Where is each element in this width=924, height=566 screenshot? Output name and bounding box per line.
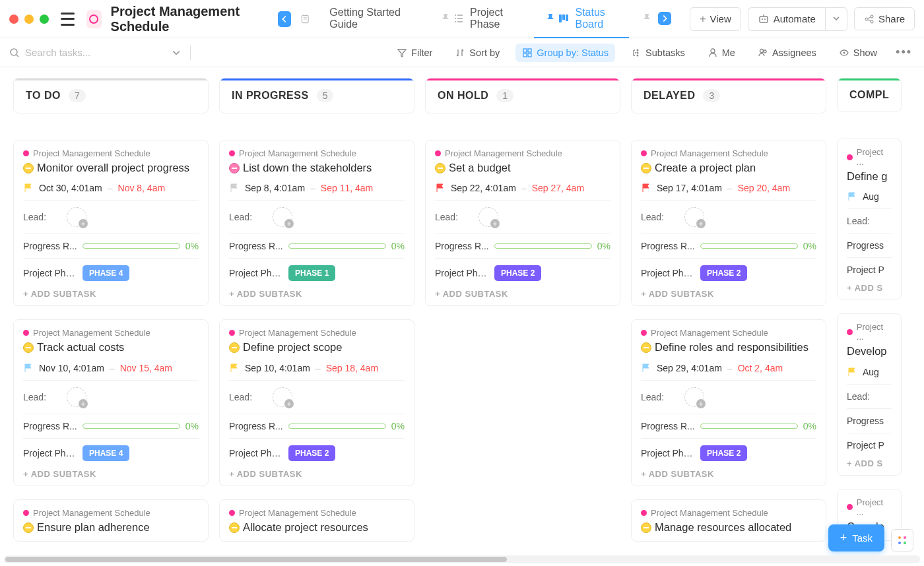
button-label: Show (853, 47, 877, 58)
column-header[interactable]: IN PROGRESS5 (219, 78, 414, 113)
tab-status-board[interactable]: Status Board (534, 0, 629, 38)
tab-label: Status Board (575, 7, 618, 30)
add-subtask-button[interactable]: + ADD S (847, 458, 892, 468)
task-card[interactable]: Project Management ScheduleCreate a proj… (631, 140, 826, 306)
task-card[interactable]: Project Management ScheduleList down the… (219, 140, 414, 306)
column-header[interactable]: ON HOLD1 (425, 78, 620, 113)
task-card[interactable]: Project Management ScheduleMonitor overa… (13, 140, 209, 306)
task-card[interactable]: Project Management ScheduleManage resour… (631, 499, 826, 542)
svg-line-15 (16, 55, 18, 57)
progress-bar[interactable] (288, 243, 386, 249)
search-input[interactable] (25, 47, 166, 58)
chevron-down-icon[interactable] (172, 48, 181, 57)
new-task-button[interactable]: + Task (828, 524, 884, 551)
status-icon (435, 163, 446, 173)
add-subtask-button[interactable]: + ADD SUBTASK (641, 289, 816, 299)
nav-back-button[interactable] (278, 11, 290, 27)
show-button[interactable]: Show (832, 44, 884, 62)
task-card[interactable]: Project Management ScheduleDefine projec… (219, 319, 414, 486)
card-breadcrumb: Project Management Schedule (23, 148, 199, 158)
assign-lead-button[interactable] (478, 207, 498, 227)
progress-bar[interactable] (700, 424, 798, 429)
minimize-window[interactable] (24, 15, 34, 24)
phase-chip[interactable]: PHASE 2 (700, 265, 747, 281)
add-subtask-button[interactable]: + ADD SUBTASK (641, 469, 816, 479)
progress-bar[interactable] (82, 424, 180, 429)
project-title: Project Management Schedule (111, 4, 265, 34)
card-title: Track actual costs (37, 340, 124, 354)
task-card[interactable]: Project Management ScheduleEnsure plan a… (13, 499, 209, 542)
hamburger-menu-icon[interactable] (61, 13, 75, 26)
sort-button[interactable]: Sort by (448, 44, 506, 62)
assign-lead-button[interactable] (684, 387, 704, 407)
maximize-window[interactable] (40, 15, 49, 24)
task-card[interactable]: Project Management ScheduleSet a budgetS… (425, 140, 620, 306)
automate-dropdown[interactable] (825, 7, 847, 31)
more-menu[interactable]: ••• (893, 43, 915, 62)
progress-bar[interactable] (494, 243, 592, 249)
task-card[interactable]: Project Management ScheduleAllocate proj… (219, 499, 414, 542)
phase-chip[interactable]: PHASE 4 (82, 265, 129, 281)
progress-bar[interactable] (700, 243, 798, 249)
button-label: Task (852, 532, 873, 544)
phase-chip[interactable]: PHASE 1 (288, 265, 335, 281)
scrollbar-thumb[interactable] (5, 557, 507, 562)
card-breadcrumb: Project Management Schedule (641, 148, 816, 158)
assignees-button[interactable]: Assignees (751, 44, 823, 62)
column-header[interactable]: TO DO7 (13, 78, 209, 113)
lead-label: Lead: (847, 391, 870, 402)
progress-bar[interactable] (82, 243, 180, 249)
tab-next[interactable] (636, 0, 676, 38)
progress-value: 0% (803, 421, 816, 431)
apps-button[interactable] (891, 529, 913, 551)
assign-lead-button[interactable] (273, 387, 292, 407)
card-list: Project Management ScheduleSet a budgetS… (425, 140, 620, 306)
group-button[interactable]: Group by: Status (515, 44, 615, 62)
task-card[interactable]: Project ...Define gAugLead:ProgressProje… (837, 139, 902, 300)
list-dot-icon (23, 330, 29, 336)
task-card[interactable]: Project Management ScheduleTrack actual … (13, 319, 209, 486)
add-subtask-button[interactable]: + ADD SUBTASK (229, 289, 405, 299)
start-date: Sep 17, 4:01am (657, 183, 722, 193)
add-subtask-button[interactable]: + ADD SUBTASK (435, 289, 610, 299)
column-header[interactable]: COMPL (837, 78, 902, 112)
add-subtask-button[interactable]: + ADD SUBTASK (23, 289, 199, 299)
tab-project-phase[interactable]: Project Phase (429, 0, 527, 38)
task-card[interactable]: Project ...DevelopAugLead:ProgressProjec… (837, 313, 902, 475)
phase-chip[interactable]: PHASE 2 (494, 265, 541, 281)
assign-lead-button[interactable] (273, 207, 292, 227)
tab-getting-started[interactable]: Getting Started Guide (319, 0, 422, 38)
phase-chip[interactable]: PHASE 2 (288, 445, 335, 461)
automate-button[interactable]: Automate (748, 7, 825, 31)
column-count: 1 (496, 89, 513, 102)
svg-point-24 (760, 49, 763, 52)
card-list: Project Management ScheduleCreate a proj… (631, 140, 826, 542)
assign-lead-button[interactable] (67, 387, 86, 407)
column-header[interactable]: DELAYED3 (631, 78, 826, 113)
svg-rect-6 (566, 15, 568, 21)
me-button[interactable]: Me (701, 44, 742, 62)
add-subtask-button[interactable]: + ADD S (847, 283, 892, 293)
board-icon (558, 13, 570, 24)
filter-button[interactable]: Filter (390, 44, 439, 62)
phase-chip[interactable]: PHASE 2 (700, 445, 747, 461)
assign-lead-button[interactable] (67, 207, 86, 227)
add-subtask-button[interactable]: + ADD SUBTASK (229, 469, 405, 479)
task-card[interactable]: Project Management ScheduleDefine roles … (631, 319, 826, 486)
progress-value: 0% (185, 421, 199, 431)
status-icon (641, 163, 651, 173)
share-button[interactable]: Share (854, 7, 915, 30)
close-window[interactable] (9, 15, 18, 24)
assign-lead-button[interactable] (684, 207, 704, 227)
subtasks-button[interactable]: Subtasks (624, 44, 692, 62)
progress-value: 0% (391, 241, 405, 251)
add-view-button[interactable]: + View (690, 7, 741, 31)
horizontal-scrollbar[interactable] (4, 555, 920, 563)
list-dot-icon (229, 330, 235, 336)
progress-bar[interactable] (288, 424, 386, 429)
phase-chip[interactable]: PHASE 4 (82, 445, 129, 461)
add-subtask-button[interactable]: + ADD SUBTASK (23, 469, 199, 479)
svg-rect-17 (528, 49, 531, 52)
svg-point-23 (711, 49, 715, 53)
nav-forward-button[interactable] (658, 12, 671, 25)
